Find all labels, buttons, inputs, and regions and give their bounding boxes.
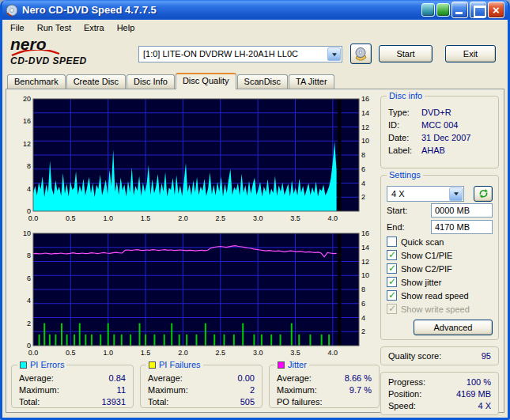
tab-disc-quality[interactable]: Disc Quality [176, 73, 236, 89]
scan-speed-dropdown-icon[interactable] [449, 187, 463, 201]
svg-text:3.0: 3.0 [253, 349, 263, 357]
tab-ta-jitter[interactable]: TA Jitter [289, 74, 334, 89]
svg-text:16: 16 [23, 117, 31, 125]
end-position-input[interactable] [431, 220, 493, 234]
disc-id-label: ID: [388, 119, 421, 131]
svg-text:2: 2 [361, 193, 365, 201]
menu-extra[interactable]: Extra [77, 21, 111, 34]
eject-disc-button[interactable] [350, 44, 372, 64]
svg-text:6: 6 [361, 300, 365, 308]
svg-text:1.5: 1.5 [141, 349, 151, 357]
svg-text:14: 14 [361, 109, 369, 117]
disc-hand-icon [353, 47, 368, 62]
svg-text:2: 2 [27, 320, 31, 327]
checkbox-show-c2-pif[interactable]: Show C2/PIF [387, 262, 493, 275]
svg-text:10: 10 [23, 229, 31, 237]
jitter-legend-title: Jitter [288, 360, 307, 369]
checkbox-box [387, 250, 397, 260]
svg-text:2.0: 2.0 [178, 214, 188, 222]
pif-average-value: 0.00 [238, 373, 255, 384]
maximize-button[interactable] [470, 2, 486, 18]
nero-logo-product: CD-DVD SPEED [10, 55, 129, 66]
tab-create-disc[interactable]: Create Disc [66, 74, 126, 89]
advanced-button[interactable]: Advanced [414, 320, 493, 335]
pie-average-value: 0.84 [109, 373, 126, 384]
pie-maximum-value: 11 [117, 384, 126, 396]
checkbox-show-write-speed: Show write speed [387, 302, 493, 316]
checkbox-quick-scan[interactable]: Quick scan [387, 235, 493, 248]
progress-value: 100 % [467, 376, 491, 388]
progress-label: Progress: [388, 376, 425, 388]
svg-text:14: 14 [361, 244, 369, 252]
jitter-swatch [278, 361, 285, 369]
pi-failures-legend: PI Failures Average:0.00 Maximum:2 Total… [140, 365, 263, 408]
disc-quality-page: 0481216202468101214160.00.51.01.52.02.53… [6, 89, 504, 413]
pif-maximum-label: Maximum: [148, 384, 188, 396]
refresh-icon [478, 188, 489, 199]
progress-box: Progress: 100 % Position: 4169 MB Speed:… [380, 372, 499, 415]
start-position-input[interactable] [431, 203, 493, 218]
start-button[interactable]: Start [379, 45, 433, 62]
header-toolbar: nero CD-DVD SPEED [1:0] LITE-ON DVDRW LH… [2, 36, 508, 72]
svg-text:4: 4 [361, 180, 365, 187]
pie-maximum-label: Maximum: [19, 384, 59, 396]
tab-disc-info[interactable]: Disc Info [127, 74, 175, 89]
position-label: Position: [388, 388, 421, 400]
jitter-maximum-value: 9.7 % [349, 384, 372, 396]
checkbox-show-jitter[interactable]: Show jitter [387, 275, 493, 289]
svg-text:4: 4 [27, 185, 31, 193]
drive-selector-value: [1:0] LITE-ON DVDRW LH-20A1H LL0C [143, 49, 298, 59]
checkbox-box [387, 236, 397, 247]
svg-text:1.0: 1.0 [103, 349, 113, 357]
pie-total-value: 13931 [101, 396, 126, 408]
menu-help[interactable]: Help [111, 21, 142, 34]
menu-file[interactable]: File [4, 21, 31, 34]
svg-text:4.0: 4.0 [328, 349, 338, 357]
disc-label-label: Label: [388, 144, 421, 157]
exit-button[interactable]: Exit [445, 45, 496, 62]
checkbox-show-read-speed[interactable]: Show read speed [387, 289, 493, 302]
pie-average-label: Average: [19, 373, 54, 384]
scan-speed-row: 4 X [387, 185, 493, 202]
refresh-button[interactable] [474, 186, 493, 202]
disc-id-row: ID: MCC 004 [387, 119, 493, 131]
drive-selector[interactable]: [1:0] LITE-ON DVDRW LH-20A1H LL0C [138, 46, 342, 62]
minimize-button[interactable] [451, 2, 468, 18]
checkbox-box [387, 263, 397, 274]
pi-errors-chart: 0481216202468101214160.00.51.01.52.02.53… [11, 95, 380, 225]
tab-benchmark[interactable]: Benchmark [7, 74, 66, 89]
svg-text:4: 4 [361, 314, 365, 322]
checkbox-show-c1-pie[interactable]: Show C1/PIE [387, 248, 493, 262]
menu-run-test[interactable]: Run Test [31, 21, 77, 34]
svg-text:16: 16 [361, 95, 369, 103]
svg-text:2.0: 2.0 [178, 349, 188, 357]
position-row: Position: 4169 MB [387, 388, 493, 400]
quality-score-label: Quality score: [388, 350, 441, 362]
jitter-legend: Jitter Average:8.66 % Maximum:9.7 % PO f… [269, 365, 380, 408]
pif-total-label: Total: [148, 396, 168, 408]
svg-text:3.0: 3.0 [253, 214, 263, 222]
legend-row: PI Errors Average:0.84 Maximum:11 Total:… [11, 365, 380, 408]
settings-title: Settings [387, 170, 423, 180]
svg-text:0.0: 0.0 [28, 214, 39, 222]
tab-scandisc[interactable]: ScanDisc [237, 74, 288, 89]
disc-date-value: 31 Dec 2007 [421, 131, 470, 144]
svg-text:8: 8 [27, 252, 31, 259]
disc-type-label: Type: [388, 106, 421, 119]
checkbox-label: Show write speed [401, 305, 470, 314]
right-panel: Disc info Type: DVD+R ID: MCC 004 Date: … [380, 96, 499, 415]
pif-total-value: 505 [240, 396, 255, 408]
titlebar-extra-icon-2[interactable] [436, 3, 450, 17]
pi-errors-legend: PI Errors Average:0.84 Maximum:11 Total:… [11, 365, 134, 408]
disc-label-value: AHAB [421, 144, 445, 157]
svg-text:0.5: 0.5 [66, 214, 76, 222]
disc-type-row: Type: DVD+R [387, 106, 493, 119]
scan-speed-select[interactable]: 4 X [387, 186, 464, 202]
close-button[interactable] [488, 2, 504, 18]
drive-selector-dropdown-icon[interactable] [327, 47, 341, 61]
checkbox-label: Show C1/PIE [401, 251, 452, 260]
svg-text:6: 6 [27, 274, 31, 282]
svg-text:10: 10 [361, 137, 369, 145]
scan-speed-value: 4 X [391, 189, 405, 199]
titlebar-extra-icon-1[interactable] [421, 3, 435, 17]
